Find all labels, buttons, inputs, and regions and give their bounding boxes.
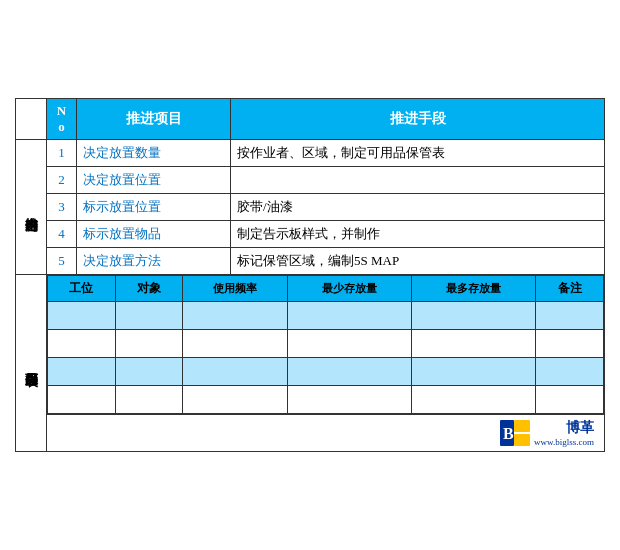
item-cell: 标示放置位置	[77, 193, 231, 220]
col-header-freq: 使用频率	[183, 275, 287, 301]
data-cell	[536, 329, 604, 357]
inner-data-row	[48, 385, 604, 413]
data-cell	[287, 357, 411, 385]
data-cell	[411, 329, 535, 357]
item-cell: 决定放置数量	[77, 139, 231, 166]
table-row: 3 标示放置位置 胶带/油漆	[16, 193, 605, 220]
svg-rect-1	[514, 420, 530, 432]
logo-text-container: 博革 www.biglss.com	[534, 419, 594, 447]
data-cell	[411, 301, 535, 329]
inner-header-row: 工位 对象 使用频率 最少存放量 最多存放量 备注	[48, 275, 604, 301]
data-cell	[287, 385, 411, 413]
data-cell	[411, 357, 535, 385]
item-cell: 决定放置方法	[77, 247, 231, 274]
inner-data-row	[48, 301, 604, 329]
no-cell: 1	[47, 139, 77, 166]
data-cell	[536, 301, 604, 329]
data-cell	[48, 301, 116, 329]
inner-data-row	[48, 357, 604, 385]
no-cell: 3	[47, 193, 77, 220]
main-table: N o 推进项目 推进手段 推进内容 1 决定放置数量 按作业者、区域，制定可用…	[15, 98, 605, 451]
data-cell	[183, 329, 287, 357]
data-cell	[115, 329, 183, 357]
item-cell: 标示放置物品	[77, 220, 231, 247]
data-cell	[115, 385, 183, 413]
col-header-max: 最多存放量	[411, 275, 535, 301]
page-wrapper: N o 推进项目 推进手段 推进内容 1 决定放置数量 按作业者、区域，制定可用…	[15, 98, 605, 451]
header-item: 推进项目	[77, 99, 231, 139]
section-label-1: 推进内容	[16, 139, 47, 274]
data-cell	[48, 357, 116, 385]
data-cell	[536, 385, 604, 413]
means-cell: 标记保管区域，编制5S MAP	[231, 247, 605, 274]
data-cell	[183, 385, 287, 413]
logo-cell: B 博革 www.biglss.com	[47, 414, 605, 451]
data-cell	[48, 329, 116, 357]
no-cell: 5	[47, 247, 77, 274]
header-row: N o 推进项目 推进手段	[16, 99, 605, 139]
svg-rect-2	[514, 434, 530, 446]
data-cell	[287, 301, 411, 329]
inner-table: 工位 对象 使用频率 最少存放量 最多存放量 备注	[47, 275, 604, 414]
no-cell: 2	[47, 166, 77, 193]
logo-company-name: 博革	[566, 420, 594, 435]
logo-area: B 博革 www.biglss.com	[57, 419, 594, 447]
table-row: 2 决定放置位置	[16, 166, 605, 193]
inner-data-row	[48, 329, 604, 357]
item-cell: 决定放置位置	[77, 166, 231, 193]
header-means: 推进手段	[231, 99, 605, 139]
means-cell	[231, 166, 605, 193]
data-cell	[536, 357, 604, 385]
section2-header-row: 可用品保管表 工位 对象 使用频率 最少存放量 最多存放量 备注	[16, 274, 605, 414]
logo-website: www.biglss.com	[534, 437, 594, 447]
col-header-target: 对象	[115, 275, 183, 301]
data-cell	[183, 301, 287, 329]
table-row: 4 标示放置物品 制定告示板样式，并制作	[16, 220, 605, 247]
data-cell	[287, 329, 411, 357]
means-cell: 按作业者、区域，制定可用品保管表	[231, 139, 605, 166]
data-cell	[115, 301, 183, 329]
section-label-2: 可用品保管表	[16, 274, 47, 451]
header-no: N o	[47, 99, 77, 139]
logo-row: B 博革 www.biglss.com	[16, 414, 605, 451]
logo-icon: B	[500, 420, 530, 446]
no-cell: 4	[47, 220, 77, 247]
table-row: 推进内容 1 决定放置数量 按作业者、区域，制定可用品保管表	[16, 139, 605, 166]
col-header-min: 最少存放量	[287, 275, 411, 301]
col-header-note: 备注	[536, 275, 604, 301]
data-cell	[48, 385, 116, 413]
data-cell	[411, 385, 535, 413]
means-cell: 制定告示板样式，并制作	[231, 220, 605, 247]
data-cell	[115, 357, 183, 385]
col-header-workstation: 工位	[48, 275, 116, 301]
means-cell: 胶带/油漆	[231, 193, 605, 220]
data-cell	[183, 357, 287, 385]
table-row: 5 决定放置方法 标记保管区域，编制5S MAP	[16, 247, 605, 274]
svg-text:B: B	[503, 425, 514, 442]
